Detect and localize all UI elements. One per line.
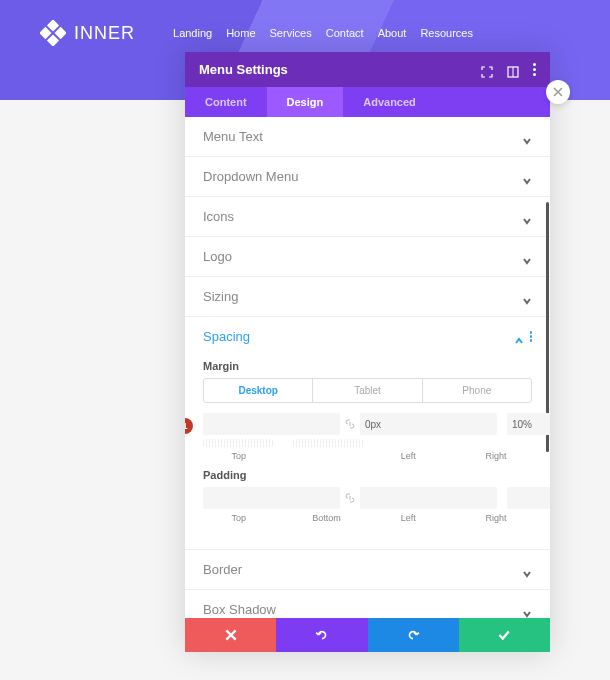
expand-icon[interactable] — [481, 64, 493, 76]
panel-footer — [185, 618, 550, 652]
nav-item-home[interactable]: Home — [226, 27, 255, 39]
tab-advanced[interactable]: Advanced — [343, 87, 436, 117]
device-tablet[interactable]: Tablet — [313, 379, 422, 402]
section-border[interactable]: Border — [185, 550, 550, 589]
chevron-up-icon — [514, 332, 524, 342]
margin-label: Margin — [203, 360, 532, 372]
nav-item-resources[interactable]: Resources — [420, 27, 473, 39]
padding-left-input[interactable] — [507, 487, 550, 509]
close-panel-button[interactable] — [546, 80, 570, 104]
annotation-badge-1: 1 — [185, 418, 193, 434]
section-dropdown-menu[interactable]: Dropdown Menu — [185, 157, 550, 196]
device-phone[interactable]: Phone — [423, 379, 531, 402]
undo-button[interactable] — [276, 618, 367, 652]
chevron-down-icon — [522, 132, 532, 142]
svg-rect-0 — [47, 20, 59, 32]
link-icon[interactable] — [342, 487, 358, 509]
link-icon[interactable] — [342, 413, 358, 435]
more-icon[interactable] — [533, 63, 536, 76]
drag-handle[interactable] — [293, 439, 363, 447]
panel-header[interactable]: Menu Settings — [185, 52, 550, 87]
section-icons[interactable]: Icons — [185, 197, 550, 236]
logo-icon — [40, 20, 66, 46]
tab-design[interactable]: Design — [267, 87, 344, 117]
chevron-down-icon — [522, 605, 532, 615]
drag-handle[interactable] — [203, 439, 273, 447]
svg-rect-2 — [40, 27, 52, 39]
chevron-down-icon — [522, 172, 532, 182]
padding-top-input[interactable] — [203, 487, 340, 509]
nav-item-about[interactable]: About — [378, 27, 407, 39]
cancel-button[interactable] — [185, 618, 276, 652]
brand-name: INNER — [74, 23, 135, 44]
padding-label: Padding — [203, 469, 532, 481]
svg-rect-1 — [47, 34, 59, 46]
margin-left-input[interactable] — [507, 413, 550, 435]
chevron-down-icon — [522, 292, 532, 302]
svg-rect-3 — [54, 27, 66, 39]
main-nav: Landing Home Services Contact About Reso… — [173, 27, 473, 39]
nav-item-landing[interactable]: Landing — [173, 27, 212, 39]
device-desktop[interactable]: Desktop — [204, 379, 313, 402]
margin-bottom-input[interactable] — [360, 413, 497, 435]
padding-bottom-input[interactable] — [360, 487, 497, 509]
section-box-shadow[interactable]: Box Shadow — [185, 590, 550, 618]
section-more-icon[interactable] — [530, 331, 533, 342]
device-tabs: Desktop Tablet Phone — [203, 378, 532, 403]
grid-icon[interactable] — [507, 64, 519, 76]
settings-panel: Menu Settings Content Design Advanced Me… — [185, 52, 550, 652]
nav-item-services[interactable]: Services — [270, 27, 312, 39]
redo-button[interactable] — [368, 618, 459, 652]
section-menu-text[interactable]: Menu Text — [185, 117, 550, 156]
chevron-down-icon — [522, 565, 532, 575]
margin-top-input[interactable] — [203, 413, 340, 435]
section-logo[interactable]: Logo — [185, 237, 550, 276]
section-sizing[interactable]: Sizing — [185, 277, 550, 316]
chevron-down-icon — [522, 252, 532, 262]
section-spacing[interactable]: Spacing — [185, 317, 550, 356]
chevron-down-icon — [522, 212, 532, 222]
panel-body: Menu Text Dropdown Menu Icons Logo Sizin… — [185, 117, 550, 618]
brand-logo[interactable]: INNER — [40, 20, 135, 46]
nav-item-contact[interactable]: Contact — [326, 27, 364, 39]
save-button[interactable] — [459, 618, 550, 652]
tab-content[interactable]: Content — [185, 87, 267, 117]
panel-tabs: Content Design Advanced — [185, 87, 550, 117]
panel-title: Menu Settings — [199, 62, 288, 77]
